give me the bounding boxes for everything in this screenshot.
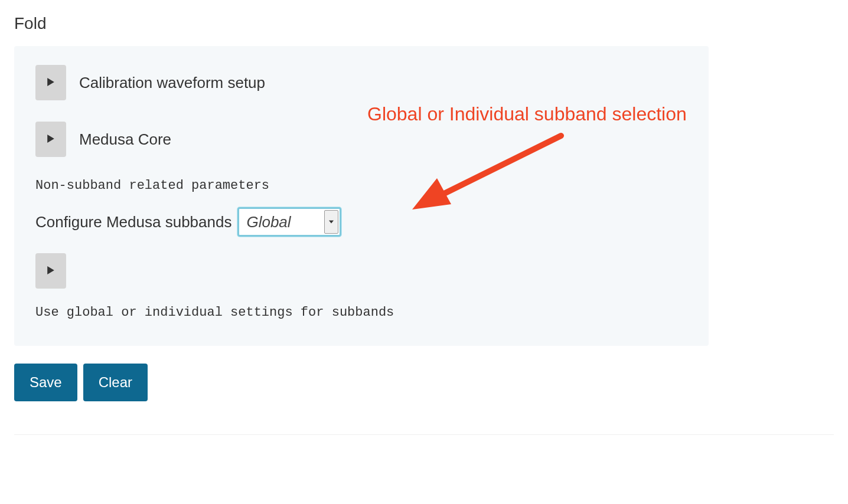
page-title: Fold <box>14 14 834 33</box>
triangle-right-icon <box>47 266 54 276</box>
expand-subband-button[interactable] <box>35 253 66 289</box>
subband-help-text: Use global or individual settings for su… <box>35 305 687 320</box>
configure-subbands-row: Configure Medusa subbands Global <box>35 207 687 237</box>
expand-medusa-core-button[interactable] <box>35 122 66 157</box>
svg-marker-2 <box>329 221 334 224</box>
section-calibration: Calibration waveform setup <box>35 65 687 100</box>
subband-mode-select[interactable]: Global <box>237 207 341 237</box>
triangle-right-icon <box>47 78 54 88</box>
subband-expand-row <box>35 253 687 289</box>
svg-marker-1 <box>47 135 54 143</box>
clear-button[interactable]: Clear <box>83 364 148 401</box>
configure-subbands-label: Configure Medusa subbands <box>35 213 231 231</box>
page-root: Fold Calibration waveform setup Medusa C… <box>0 0 848 454</box>
divider <box>14 434 834 435</box>
expand-calibration-button[interactable] <box>35 65 66 100</box>
chevron-down-icon <box>324 210 338 234</box>
triangle-right-icon <box>47 135 54 145</box>
svg-marker-3 <box>47 266 54 274</box>
fold-panel: Calibration waveform setup Medusa Core N… <box>14 46 709 346</box>
section-medusa-core: Medusa Core <box>35 122 687 157</box>
svg-marker-0 <box>47 78 54 86</box>
non-subband-note: Non-subband related parameters <box>35 178 687 193</box>
section-label: Calibration waveform setup <box>79 74 265 92</box>
save-button[interactable]: Save <box>14 364 77 401</box>
section-label: Medusa Core <box>79 130 171 149</box>
action-button-row: Save Clear <box>14 364 834 401</box>
